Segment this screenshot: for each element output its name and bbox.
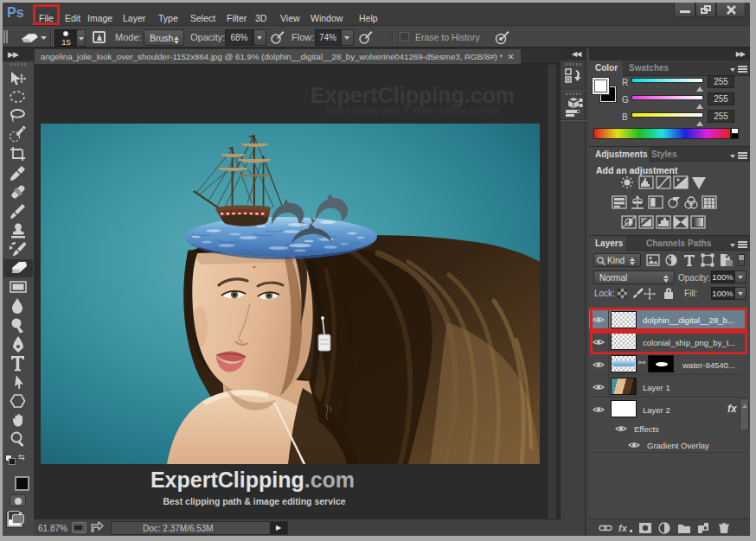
svg-text:fx: fx: [618, 523, 628, 533]
